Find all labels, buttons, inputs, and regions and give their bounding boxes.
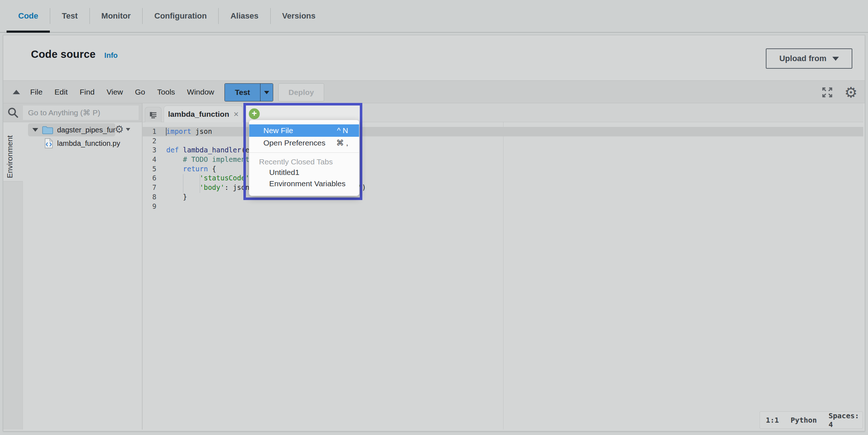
menu-item-label: Open Preferences <box>263 139 325 147</box>
language-mode[interactable]: Python <box>791 416 817 424</box>
fullscreen-icon[interactable] <box>821 86 833 99</box>
panel-header: Code source Info <box>31 48 118 60</box>
menubar-right-icons: ⚙ <box>821 81 857 104</box>
search-icon[interactable] <box>7 107 19 119</box>
code-token: } <box>166 193 187 201</box>
line-number: 4 <box>143 155 160 164</box>
menu-item-go[interactable]: Go <box>135 88 145 96</box>
upload-from-label: Upload from <box>779 54 827 63</box>
editor-tab-lambda-function[interactable]: lambda_function × <box>164 105 243 122</box>
folder-icon <box>42 125 53 135</box>
code-token: json <box>191 127 212 135</box>
indentation-setting[interactable]: Spaces: 4 <box>828 411 859 429</box>
code-source-panel: Code source Info Upload from FileEditFin… <box>3 35 865 431</box>
test-dropdown-button[interactable] <box>260 84 273 101</box>
folder-name: dagster_pipes_funct <box>57 126 115 134</box>
line-number: 5 <box>143 164 160 174</box>
code-token <box>179 146 183 154</box>
line-number: 8 <box>143 192 160 202</box>
info-link[interactable]: Info <box>104 51 118 60</box>
code-token: { <box>208 165 216 173</box>
line-number: 1 <box>143 127 160 136</box>
code-token: def <box>166 146 179 154</box>
code-token: return <box>183 165 208 173</box>
menu-item-shortcut: ^ N <box>337 126 348 135</box>
menu-item-edit[interactable]: Edit <box>55 88 68 96</box>
menu-item-tools[interactable]: Tools <box>157 88 175 96</box>
ide-menubar: FileEditFindViewGoToolsWindow Test Deplo… <box>3 80 865 103</box>
goto-anything-input[interactable] <box>23 105 139 120</box>
python-file-icon <box>44 138 53 149</box>
text-cursor <box>166 128 167 136</box>
code-token: 'statusCode' <box>200 174 250 182</box>
test-split-button[interactable]: Test <box>224 83 273 101</box>
print-margin-line <box>503 122 503 430</box>
chevron-down-icon <box>126 128 130 131</box>
tree-folder-row[interactable]: dagster_pipes_funct <box>28 123 115 136</box>
nav-tab-configuration[interactable]: Configuration <box>143 0 218 32</box>
line-number: 7 <box>143 183 160 192</box>
menu-divider <box>249 152 359 153</box>
folder-expand-icon[interactable] <box>32 128 38 132</box>
recent-tab-untitled1[interactable]: Untitled1 <box>249 167 359 178</box>
line-number: 2 <box>143 136 160 146</box>
environment-sidebar: Environment dagster_pipes_funct ⚙ <box>3 122 142 430</box>
collapse-up-icon[interactable] <box>13 90 20 94</box>
code-token: lambda_handler <box>183 146 241 154</box>
code-token <box>166 155 183 163</box>
recently-closed-tabs-header: Recently Closed Tabs <box>249 157 359 167</box>
editor-statusbar: 1:1 Python Spaces: 4 ⚙ <box>760 411 863 429</box>
dropdown-menu: New File^ NOpen Preferences⌘ , Recently … <box>249 120 359 196</box>
menu-item-find[interactable]: Find <box>80 88 95 96</box>
lambda-console: CodeTestMonitorConfigurationAliasesVersi… <box>0 0 868 435</box>
folder-settings-button[interactable]: ⚙ <box>115 124 130 135</box>
environment-tab[interactable]: Environment <box>5 126 21 188</box>
indent-guide <box>200 174 200 193</box>
menu-item-open-preferences[interactable]: Open Preferences⌘ , <box>249 137 359 149</box>
function-nav-tabs: CodeTestMonitorConfigurationAliasesVersi… <box>0 0 868 33</box>
menubar-items: FileEditFindViewGoToolsWindow <box>30 88 226 96</box>
upload-from-button[interactable]: Upload from <box>766 48 852 69</box>
editor-tab-label: lambda_function <box>168 110 229 119</box>
close-tab-icon[interactable]: × <box>234 109 239 119</box>
recently-closed-tabs-list: Untitled1Environment Variables <box>249 167 359 189</box>
tab-list-button[interactable] <box>145 107 162 122</box>
menu-item-new-file[interactable]: New File^ N <box>249 124 359 137</box>
line-number-gutter: 123456789 <box>143 127 160 211</box>
sidebar-search-row <box>3 103 142 122</box>
code-token <box>166 165 183 173</box>
tab-list-icon <box>148 111 158 119</box>
gear-icon: ⚙ <box>115 124 124 135</box>
page-title: Code source <box>31 48 96 60</box>
code-token: import <box>166 127 191 135</box>
add-tab-button[interactable]: + <box>249 108 260 119</box>
test-button[interactable]: Test <box>225 84 260 101</box>
sidebar-rail <box>3 181 23 430</box>
menu-item-window[interactable]: Window <box>187 88 214 96</box>
nav-tab-code[interactable]: Code <box>7 0 50 32</box>
code-token: # TODO implement <box>183 155 250 163</box>
recent-tab-environment-variables[interactable]: Environment Variables <box>249 178 359 189</box>
nav-tab-monitor[interactable]: Monitor <box>90 0 143 32</box>
file-name: lambda_function.py <box>57 139 120 148</box>
tree-file-row[interactable]: lambda_function.py <box>44 137 120 150</box>
code-token: ) <box>362 183 366 191</box>
settings-gear-icon[interactable]: ⚙ <box>844 85 857 100</box>
menu-item-label: New File <box>263 126 293 135</box>
dropdown-menu-items: New File^ NOpen Preferences⌘ , <box>249 124 359 149</box>
cursor-position[interactable]: 1:1 <box>766 416 779 424</box>
menu-item-file[interactable]: File <box>30 88 43 96</box>
nav-tab-test[interactable]: Test <box>50 0 89 32</box>
code-token: 'body' <box>200 183 225 191</box>
line-number: 3 <box>143 145 160 155</box>
menu-item-view[interactable]: View <box>107 88 123 96</box>
line-number: 9 <box>143 202 160 211</box>
nav-tab-aliases[interactable]: Aliases <box>219 0 270 32</box>
new-tab-dropdown: + New File^ NOpen Preferences⌘ , Recentl… <box>243 103 362 200</box>
chevron-down-icon <box>264 91 269 94</box>
deploy-button[interactable]: Deploy <box>278 83 324 101</box>
menu-item-shortcut: ⌘ , <box>336 139 348 147</box>
nav-tab-versions[interactable]: Versions <box>271 0 327 32</box>
line-number: 6 <box>143 173 160 183</box>
indent-guide <box>183 174 183 193</box>
